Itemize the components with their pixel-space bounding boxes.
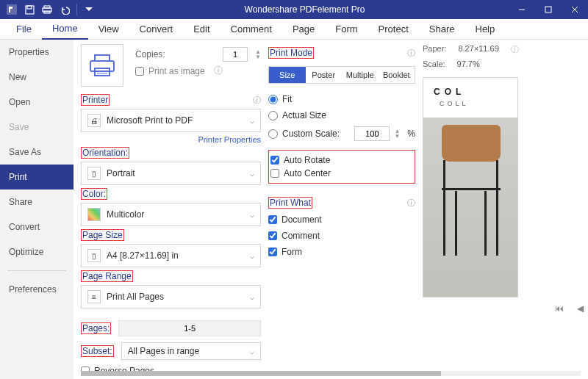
svg-rect-0 bbox=[7, 4, 17, 15]
chevron-down-icon: ⌵ bbox=[250, 252, 254, 260]
page-size-value: A4 [8.27×11.69] in bbox=[107, 250, 179, 261]
fit-radio[interactable] bbox=[268, 95, 278, 104]
print-form-label: Form bbox=[282, 247, 302, 257]
tab-share[interactable]: Share bbox=[419, 19, 465, 40]
print-mode-column: Print Modeⓘ Size Poster Multiple Booklet… bbox=[268, 44, 415, 379]
copies-label: Copies: bbox=[135, 49, 165, 59]
actual-label: Actual Size bbox=[282, 110, 326, 120]
page-preview: COL COLL bbox=[423, 77, 518, 297]
sidebar-item-properties[interactable]: Properties bbox=[0, 40, 74, 65]
tab-convert[interactable]: Convert bbox=[129, 19, 184, 40]
preview-title: COL bbox=[434, 87, 465, 97]
save-icon[interactable] bbox=[24, 4, 35, 15]
page-icon: ▯ bbox=[87, 249, 101, 262]
preview-image bbox=[423, 118, 517, 297]
svg-rect-10 bbox=[95, 55, 110, 61]
info-icon: ⓘ bbox=[407, 48, 415, 59]
dropdown-icon[interactable] bbox=[83, 4, 95, 15]
paper-value: 8.27×11.69 bbox=[458, 44, 498, 55]
subset-value: All Pages in range bbox=[128, 346, 199, 356]
copies-stepper[interactable]: ▲▼ bbox=[255, 49, 261, 59]
sidebar-item-new[interactable]: New bbox=[0, 65, 74, 90]
copies-input[interactable] bbox=[223, 47, 248, 62]
sidebar-item-open[interactable]: Open bbox=[0, 90, 74, 115]
printer-properties-link[interactable]: Printer Properties bbox=[81, 135, 261, 144]
scale-label: Scale: bbox=[423, 59, 445, 68]
sidebar-item-print[interactable]: Print bbox=[0, 165, 74, 190]
tab-home[interactable]: Home bbox=[42, 19, 88, 40]
print-document-checkbox[interactable] bbox=[268, 215, 277, 224]
color-header: Color: bbox=[81, 188, 107, 200]
app-icon bbox=[6, 4, 18, 15]
tab-edit[interactable]: Edit bbox=[183, 19, 220, 40]
sidebar-item-convert[interactable]: Convert bbox=[0, 214, 74, 239]
tab-form[interactable]: Form bbox=[325, 19, 368, 40]
paper-label: Paper: bbox=[423, 44, 446, 55]
orientation-dropdown[interactable]: ▯ Portrait ⌵ bbox=[81, 162, 261, 185]
minimize-button[interactable] bbox=[509, 0, 535, 19]
svg-rect-7 bbox=[545, 7, 551, 12]
custom-scale-input[interactable] bbox=[354, 126, 390, 141]
print-icon[interactable] bbox=[41, 4, 53, 15]
color-dropdown[interactable]: Multicolor ⌵ bbox=[81, 203, 261, 226]
preview-column: Paper: 8.27×11.69 ⓘ Scale: 97.7% COL COL… bbox=[423, 44, 584, 379]
actual-radio[interactable] bbox=[268, 111, 278, 120]
chevron-down-icon: ⌵ bbox=[250, 211, 254, 219]
horizontal-scrollbar[interactable] bbox=[81, 371, 581, 376]
sidebar-item-preferences[interactable]: Preferences bbox=[0, 277, 74, 302]
pages-input[interactable] bbox=[118, 320, 261, 336]
printer-value: Microsoft Print to PDF bbox=[107, 115, 193, 126]
auto-rotate-checkbox[interactable] bbox=[270, 156, 279, 165]
close-button[interactable] bbox=[562, 0, 588, 19]
pages-label: Pages: bbox=[81, 322, 111, 334]
sidebar-item-optimize[interactable]: Optimize bbox=[0, 239, 74, 264]
file-sidebar: Properties New Open Save Save As Print S… bbox=[0, 40, 74, 379]
sidebar-item-share[interactable]: Share bbox=[0, 190, 74, 214]
tab-file[interactable]: File bbox=[6, 19, 42, 40]
tab-protect[interactable]: Protect bbox=[368, 19, 419, 40]
mode-multiple[interactable]: Multiple bbox=[342, 67, 379, 83]
orientation-value: Portrait bbox=[107, 168, 135, 178]
print-comment-checkbox[interactable] bbox=[268, 231, 277, 240]
print-mode-tabs: Size Poster Multiple Booklet bbox=[268, 66, 415, 84]
chevron-down-icon: ⌵ bbox=[250, 347, 254, 355]
auto-center-label: Auto Center bbox=[284, 168, 331, 178]
maximize-button[interactable] bbox=[535, 0, 562, 19]
page-size-header: Page Size bbox=[81, 229, 124, 241]
mode-size[interactable]: Size bbox=[269, 67, 306, 83]
print-as-image-checkbox[interactable] bbox=[135, 67, 144, 76]
printer-dropdown[interactable]: 🖨 Microsoft Print to PDF ⌵ bbox=[81, 109, 261, 132]
chevron-down-icon: ⌵ bbox=[250, 170, 254, 178]
tab-help[interactable]: Help bbox=[465, 19, 506, 40]
page-range-value: Print All Pages bbox=[107, 292, 164, 302]
svg-rect-11 bbox=[90, 61, 114, 71]
print-mode-header: Print Mode bbox=[268, 47, 314, 59]
mode-poster[interactable]: Poster bbox=[306, 67, 343, 83]
first-page-button[interactable]: ⏮ bbox=[555, 303, 564, 314]
tab-view[interactable]: View bbox=[88, 19, 129, 40]
custom-radio[interactable] bbox=[268, 129, 278, 139]
tab-comment[interactable]: Comment bbox=[220, 19, 282, 40]
info-icon: ⓘ bbox=[253, 95, 261, 106]
multicolor-icon bbox=[87, 208, 101, 221]
page-size-dropdown[interactable]: ▯ A4 [8.27×11.69] in ⌵ bbox=[81, 244, 261, 267]
subset-label: Subset: bbox=[81, 345, 114, 357]
fit-label: Fit bbox=[282, 94, 292, 104]
custom-scale-stepper[interactable]: ▲▼ bbox=[394, 129, 400, 139]
portrait-icon: ▯ bbox=[87, 167, 101, 180]
printer-preview-icon bbox=[81, 44, 123, 87]
undo-icon[interactable] bbox=[59, 4, 71, 15]
sidebar-item-save[interactable]: Save bbox=[0, 115, 74, 140]
mode-booklet[interactable]: Booklet bbox=[379, 67, 415, 83]
print-document-label: Document bbox=[282, 214, 322, 225]
pages-icon: ≡ bbox=[87, 290, 101, 303]
tab-page[interactable]: Page bbox=[282, 19, 325, 40]
print-form-checkbox[interactable] bbox=[268, 248, 277, 256]
title-bar: Wondershare PDFelement Pro bbox=[0, 0, 588, 19]
subset-dropdown[interactable]: All Pages in range ⌵ bbox=[121, 342, 261, 360]
sidebar-item-saveas[interactable]: Save As bbox=[0, 140, 74, 165]
prev-page-button[interactable]: ◀ bbox=[577, 303, 584, 314]
page-range-dropdown[interactable]: ≡ Print All Pages ⌵ bbox=[81, 285, 261, 308]
print-as-image-label: Print as image bbox=[148, 66, 205, 76]
auto-center-checkbox[interactable] bbox=[270, 169, 279, 178]
